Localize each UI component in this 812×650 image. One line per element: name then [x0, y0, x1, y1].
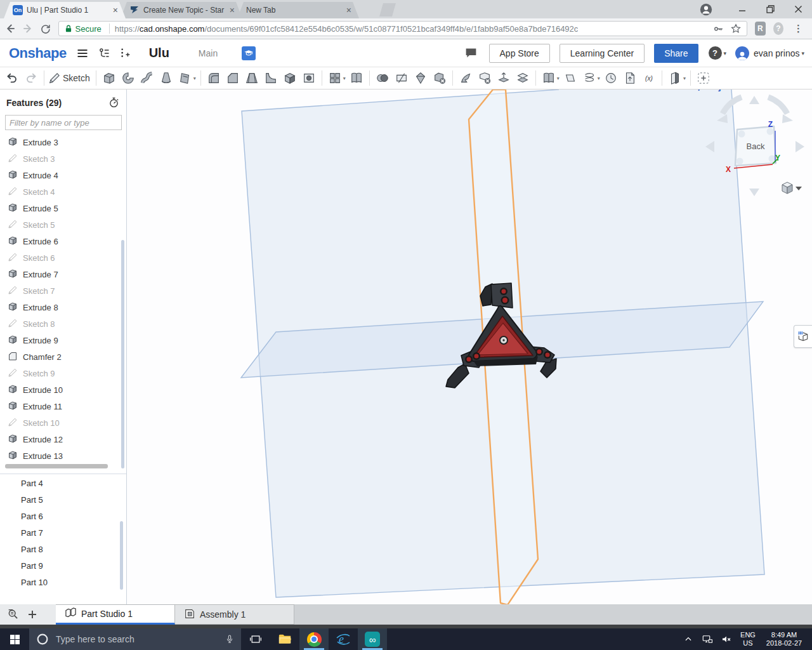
part-item[interactable]: Part 8 [0, 541, 126, 557]
user-name[interactable]: evan prinos [754, 48, 799, 58]
feature-item[interactable]: Sketch 8 [0, 315, 126, 332]
split-icon[interactable] [392, 69, 411, 88]
tab-close-icon[interactable]: × [228, 6, 236, 15]
arduino-button[interactable]: ∞ [358, 628, 387, 650]
network-tray-button[interactable] [699, 633, 716, 645]
help-button[interactable]: ? [709, 46, 722, 60]
view-mode-button[interactable] [782, 182, 802, 194]
manage-tabs-icon[interactable] [6, 607, 20, 621]
derive-icon[interactable] [620, 69, 639, 88]
feature-item[interactable]: Extrude 3 [0, 134, 126, 150]
learning-center-button[interactable]: Learning Center [560, 44, 645, 63]
feature-item[interactable]: Extrude 5 [0, 200, 126, 216]
surface-mirror-icon[interactable] [539, 69, 558, 88]
workspace-name[interactable]: Main [199, 48, 218, 58]
microphone-icon[interactable] [225, 633, 235, 645]
viewport-3d[interactable]: Back Z X Y front [127, 90, 812, 604]
volume-tray-button[interactable] [718, 633, 735, 645]
move-face-icon[interactable] [494, 69, 513, 88]
feature-item[interactable]: Extrude 11 [0, 398, 126, 415]
document-title[interactable]: Ulu [149, 46, 169, 60]
thicken-icon[interactable] [176, 69, 195, 88]
browser-tab[interactable]: OnUlu | Part Studio 1× [4, 2, 126, 18]
mirror-icon[interactable] [347, 69, 366, 88]
minimize-button[interactable] [728, 0, 756, 18]
extension-help-icon[interactable]: ? [773, 22, 783, 35]
features-horizontal-scrollbar[interactable] [5, 464, 108, 468]
transform-icon[interactable] [411, 69, 430, 88]
regenerate-timer-icon[interactable] [108, 96, 120, 109]
feature-item[interactable]: Extrude 12 [0, 431, 126, 448]
feature-item[interactable]: Extrude 10 [0, 381, 126, 398]
language-indicator[interactable]: ENG US [737, 631, 759, 647]
insert-panel-tab[interactable] [794, 325, 812, 348]
restore-button[interactable] [756, 0, 784, 18]
variable-icon[interactable]: (x) [639, 69, 658, 88]
delete-part-icon[interactable] [430, 69, 449, 88]
feature-item[interactable]: Sketch 6 [0, 249, 126, 266]
part-item[interactable]: Part 5 [0, 491, 126, 508]
feature-item[interactable]: Extrude 9 [0, 332, 126, 348]
chevron-down-icon[interactable]: ▾ [343, 76, 346, 81]
extrude-icon[interactable] [100, 69, 119, 88]
feature-item[interactable]: Chamfer 2 [0, 348, 126, 365]
fillet-icon[interactable] [204, 69, 223, 88]
feature-item[interactable]: Sketch 9 [0, 365, 126, 381]
element-tab-partstudio[interactable]: Part Studio 1 [56, 604, 175, 625]
draft-icon[interactable] [242, 69, 261, 88]
section-view-icon[interactable] [665, 69, 684, 88]
part-item[interactable]: Part 6 [0, 508, 126, 524]
feature-item[interactable]: Extrude 6 [0, 233, 126, 249]
sketch-button[interactable]: Sketch [48, 69, 93, 88]
back-button[interactable] [3, 20, 18, 37]
boolean-icon[interactable] [373, 69, 392, 88]
hole-icon[interactable] [299, 69, 318, 88]
sweep-icon[interactable] [138, 69, 157, 88]
versions-button[interactable] [96, 45, 112, 62]
modify-fillet-icon[interactable] [456, 69, 475, 88]
feature-item[interactable]: Sketch 4 [0, 183, 126, 200]
new-tab-button[interactable] [379, 3, 396, 17]
chevron-down-icon[interactable]: ▾ [683, 76, 686, 81]
close-button[interactable] [784, 0, 812, 18]
tab-close-icon[interactable]: × [112, 6, 119, 15]
taskbar-clock[interactable]: 8:49 AM 2018-02-27 [761, 631, 807, 647]
browser-profile-icon[interactable] [698, 0, 714, 18]
reload-button[interactable] [38, 20, 53, 37]
documents-menu-button[interactable] [74, 45, 91, 62]
custom-feature-icon[interactable] [694, 69, 713, 88]
address-bar[interactable]: Secure https://cad.onshape.com/documents… [58, 21, 747, 36]
rib-icon[interactable] [261, 69, 280, 88]
feature-item[interactable]: Sketch 5 [0, 216, 126, 233]
branch-button[interactable] [116, 45, 133, 62]
chrome-taskbar-button[interactable] [299, 628, 329, 650]
redo-icon[interactable] [22, 69, 41, 88]
file-explorer-button[interactable] [270, 628, 299, 650]
add-element-tab-icon[interactable] [27, 609, 38, 620]
chevron-down-icon[interactable]: ▾ [193, 76, 196, 81]
taskbar-search[interactable]: Type here to search [29, 628, 241, 650]
element-tab-assembly[interactable]: Assembly 1 [175, 604, 294, 625]
browser-tab[interactable]: New Tab× [237, 2, 359, 18]
chevron-down-icon[interactable]: ▾ [598, 76, 600, 81]
key-icon[interactable] [713, 23, 724, 34]
comment-button[interactable] [463, 45, 480, 62]
part-item[interactable]: Part 10 [0, 574, 126, 590]
feature-item[interactable]: Sketch 7 [0, 282, 126, 299]
start-button[interactable] [0, 628, 29, 650]
loft-icon[interactable] [157, 69, 176, 88]
feature-item[interactable]: Extrude 4 [0, 167, 126, 183]
app-store-button[interactable]: App Store [489, 44, 550, 63]
education-badge[interactable] [242, 46, 256, 60]
bookmark-star-icon[interactable] [730, 23, 742, 34]
parts-vertical-scrollbar[interactable] [120, 521, 123, 590]
extension-r-badge[interactable]: R [755, 22, 766, 36]
feature-filter-input[interactable] [5, 115, 122, 130]
part-item[interactable]: Part 7 [0, 524, 126, 541]
internet-explorer-button[interactable]: e [329, 628, 358, 650]
helix-icon[interactable] [580, 69, 599, 88]
plane-icon[interactable] [561, 69, 580, 88]
user-avatar[interactable] [735, 46, 749, 60]
feature-item[interactable]: Sketch 10 [0, 415, 126, 431]
feature-item[interactable]: Sketch 3 [0, 150, 126, 167]
